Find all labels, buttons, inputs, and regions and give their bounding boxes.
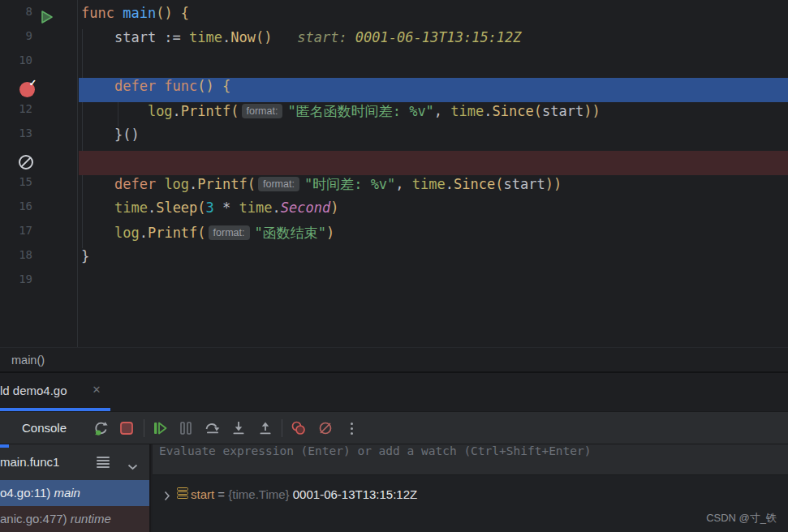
chevron-right-icon[interactable] [164, 490, 170, 504]
variable-name: start [191, 487, 214, 501]
variable-text: start = {time.Time} 0001-06-13T13:15:12Z [191, 485, 417, 504]
parameter-hint-chip: format: [258, 177, 299, 191]
gutter-row[interactable]: 18 [0, 248, 78, 272]
line-number: 12 [0, 102, 32, 115]
variable-value: 0001-06-13T13:15:12Z [293, 487, 417, 501]
rerun-debug-icon[interactable] [93, 420, 109, 436]
tab-console[interactable]: Console [22, 412, 67, 444]
breadcrumb-item-main[interactable]: main() [11, 348, 45, 372]
code-line[interactable]: } [79, 248, 788, 272]
inline-debugger-value: start: [297, 29, 355, 45]
debug-content: main.func1 o4.go:11) main anic.go:477) r… [0, 444, 788, 532]
line-number: 16 [0, 200, 32, 212]
frame-function: runtime [71, 512, 111, 526]
gutter-row[interactable]: 16 [0, 200, 78, 224]
inline-debugger-value: 0001-06-13T13:15:12Z [355, 29, 522, 45]
close-icon[interactable]: ✕ [90, 384, 103, 397]
line-number: 8 [0, 5, 32, 18]
variables-area: start = {time.Time} 0001-06-13T13:15:12Z [153, 475, 788, 532]
breakpoint-verified-check: ✓ [29, 78, 37, 88]
code-editor[interactable]: 8910✓12131516171819 func main() { start … [0, 0, 788, 347]
line-number: 13 [0, 127, 32, 139]
more-options-icon[interactable] [347, 420, 356, 436]
step-into-icon[interactable] [230, 420, 247, 436]
step-out-icon[interactable] [257, 420, 273, 436]
gutter-row[interactable]: 8 [0, 5, 78, 29]
run-icon[interactable] [40, 10, 54, 24]
line-number: 10 [0, 54, 32, 66]
code-line[interactable]: defer log.Printf(format:"时间差: %v", time.… [79, 175, 788, 200]
gutter-row[interactable]: ✓ [0, 78, 78, 102]
variables-panel: Evaluate expression (Enter) or add a wat… [153, 444, 788, 532]
code-line[interactable]: log.Printf(format:"匿名函数时间差: %v", time.Si… [79, 102, 788, 127]
stack-frame-row[interactable]: o4.go:11) main [0, 480, 149, 506]
frame-function: main [54, 486, 80, 500]
no-entry-breakpoint-icon[interactable] [19, 155, 33, 169]
ide-debug-window: 8910✓12131516171819 func main() { start … [0, 0, 788, 532]
execution-line[interactable]: defer func() { [79, 78, 788, 102]
gutter-row[interactable]: 17 [0, 224, 78, 248]
thread-name: main.func1 [0, 444, 59, 480]
code-line[interactable]: log.Printf(format:"函数结束") [79, 224, 788, 248]
pause-icon[interactable] [178, 420, 194, 436]
code-line[interactable]: func main() { [79, 5, 788, 29]
parameter-hint-chip: format: [242, 104, 283, 118]
code-line[interactable]: }() [79, 127, 788, 151]
frame-location: anic.go:477) [0, 512, 71, 526]
editor-code-area[interactable]: func main() { start := time.Now() start:… [79, 0, 788, 347]
view-breakpoints-icon[interactable] [291, 420, 307, 436]
gutter-row[interactable]: 13 [0, 127, 78, 151]
watermark: CSDN @寸_铁 [706, 511, 777, 526]
gutter-row[interactable] [0, 151, 78, 175]
frame-location: o4.go:11) [0, 486, 54, 500]
editor-gutter[interactable]: 8910✓12131516171819 [0, 0, 78, 347]
thread-selector[interactable]: main.func1 [0, 444, 149, 480]
code-line[interactable] [79, 272, 788, 297]
gutter-row[interactable]: 19 [0, 272, 78, 297]
toolbar-separator [144, 419, 144, 437]
step-over-icon[interactable] [205, 420, 221, 436]
breakpoint-icon[interactable]: ✓ [19, 82, 35, 97]
variable-icon [177, 487, 188, 499]
stack-frame-row[interactable]: anic.go:477) runtime [0, 506, 149, 532]
stop-icon[interactable] [118, 420, 135, 436]
variable-row[interactable]: start = {time.Time} 0001-06-13T13:15:12Z [153, 485, 788, 504]
gutter-row[interactable]: 15 [0, 175, 78, 200]
evaluate-placeholder: Evaluate expression (Enter) or add a wat… [159, 444, 592, 457]
parameter-hint-chip: format: [209, 225, 250, 240]
mute-breakpoints-icon[interactable] [317, 420, 334, 436]
frames-panel: main.func1 o4.go:11) main anic.go:477) r… [0, 444, 151, 532]
line-number: 18 [0, 248, 32, 261]
evaluate-expression-bar[interactable]: Evaluate expression (Enter) or add a wat… [153, 444, 788, 475]
hide-frames-filter-icon[interactable] [97, 457, 110, 468]
debug-session-tab-bar: ld demo4.go ✕ [0, 373, 788, 411]
debug-toolbar: Console [0, 411, 788, 444]
debug-session-tab[interactable]: ld demo4.go [0, 373, 67, 408]
gutter-row[interactable]: 9 [0, 29, 78, 54]
code-line[interactable] [79, 54, 788, 78]
toolbar-separator [282, 419, 282, 437]
line-number: 19 [0, 272, 32, 285]
debug-tool-window: ld demo4.go ✕ Console [0, 371, 788, 532]
variable-type: {time.Time} [228, 487, 292, 501]
breadcrumb-bar: main() [0, 347, 788, 371]
resume-program-icon[interactable] [152, 420, 168, 436]
code-line[interactable]: start := time.Now() start: 0001-06-13T13… [79, 29, 788, 54]
breakpoint-hit-line[interactable] [79, 151, 788, 175]
chevron-down-icon[interactable] [127, 459, 138, 474]
line-number: 9 [0, 29, 32, 42]
gutter-row[interactable]: 10 [0, 54, 78, 78]
line-number: 15 [0, 175, 32, 188]
line-number: 17 [0, 224, 32, 237]
gutter-row[interactable]: 12 [0, 102, 78, 127]
code-line[interactable]: time.Sleep(3 * time.Second) [79, 200, 788, 224]
